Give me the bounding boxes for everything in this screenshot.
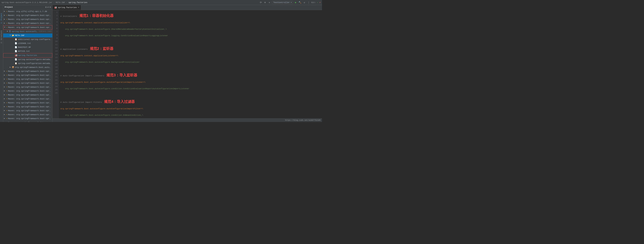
list-item[interactable]: 📄 spring-autoconfigure-metadata.properti… (3, 58, 52, 62)
toolbar-icon-3[interactable]: ✕ (268, 1, 271, 4)
maven-icon: ▪ (6, 22, 7, 25)
maven-icon: ▪ (6, 18, 7, 21)
line-num-12: 12 (53, 46, 58, 50)
tree-label: NOTICE.txt (18, 50, 30, 53)
breadcrumb-file[interactable]: spring.factories (68, 2, 88, 4)
list-item[interactable]: 📋 spring-configuration-metadata.json (3, 62, 52, 66)
tab-close-button[interactable]: × (78, 6, 79, 9)
tree-label: spring-boot-autoconfigure-2.3.1.RELEASE.… (12, 30, 38, 33)
list-item[interactable]: ▶ ▪ Maven: org.springframework.boot:spri… (3, 117, 52, 120)
build-button[interactable]: 🔨 (298, 1, 302, 4)
list-item[interactable]: ▼ 📂 META-INF (3, 34, 52, 38)
run-button[interactable]: ▶ (294, 1, 297, 4)
list-item[interactable]: ▶ ▪ Maven: org.springframework.boot:spri… (3, 77, 52, 81)
code-val: org.springframework.boot.autoconfigure.S… (60, 28, 167, 30)
annotation-2: 规范2：监听器 (90, 46, 114, 50)
annotation-1: 规范1：容器初始化器 (80, 14, 114, 18)
list-item[interactable]: ▶ ▪ Maven: org.springframework.boot:spri… (3, 93, 52, 97)
code-val: org.springframework.boot.autoconfigure.c… (60, 88, 190, 90)
list-item[interactable]: 📄 LICENSE.txt (3, 42, 52, 45)
list-item[interactable]: ▼ ▪ Maven: org.springframework.boot:spri… (3, 25, 52, 30)
comment: # Initializers (60, 15, 77, 18)
comment: # Auto Configuration Import Listeners (60, 75, 104, 77)
list-item[interactable]: ▶ ▪ Maven: org.springframework.boot:spri… (3, 73, 52, 77)
code-line-13 (60, 94, 320, 97)
line-num-24: 24 (53, 85, 58, 88)
tree-arrow: ▶ (4, 18, 6, 21)
list-item[interactable]: ▶ ▪ Maven: org.springframework.boot:spri… (3, 69, 52, 73)
json-icon: 📋 (15, 62, 17, 65)
sidebar-gear-icon[interactable]: ⚙ (50, 6, 51, 8)
list-item[interactable]: ▶ 📦 org.springframework.boot.autoconfigu… (3, 66, 52, 69)
reload-button[interactable]: ↺ (303, 1, 306, 4)
list-item[interactable]: ▶ ▪ Maven: org.springframework.boot:spri… (3, 18, 52, 21)
list-item[interactable]: ▶ ▪ Maven: org.springframework.boot:spri… (3, 113, 52, 117)
left-panels: 1: Project 2: Structure (0, 5, 3, 122)
tree-label: Maven: org.springframework.boot:spring-b… (8, 101, 52, 104)
maven-icon: ▪ (6, 109, 7, 112)
tab-label: spring.factories (58, 6, 77, 8)
list-item[interactable]: ▶ ▪ Maven: org.springframework.boot:spri… (3, 14, 52, 18)
comment: # Auto Configuration Import Filters (60, 101, 102, 103)
status-right: https://blog.csdn.net/a1697752105 (285, 119, 320, 121)
tree-label: Maven: org.springframework.boot:spring-b… (8, 82, 52, 85)
toolbar-icon-1[interactable]: ⟳ (259, 1, 262, 4)
code-line-14: # Auto Configuration Import Filters 规范4：… (60, 100, 320, 104)
tree-arrow: ▶ (4, 78, 6, 81)
list-item[interactable]: ▶ ▪ Maven: org.springframework.boot:spri… (3, 109, 52, 113)
maven-icon: ▪ (6, 78, 7, 81)
list-item[interactable]: ▶ ▪ Maven: org.springframework.boot:spri… (3, 21, 52, 25)
line-num-23: 23 (53, 82, 58, 85)
code-editor[interactable]: 1 2 3 4 5 6 7 8 9 10 11 12 13 14 15 16 1 (52, 10, 322, 118)
list-item[interactable]: ▶ ▪ Maven: org.slf4j:slf4j-api:1.7.30 (3, 10, 52, 14)
sidebar-sync-icon[interactable]: ⇄ (47, 6, 49, 8)
maven-icon: ▪ (6, 97, 7, 100)
maven-icon: ▪ (6, 82, 7, 85)
list-item[interactable]: ▶ ▪ Maven: org.springframework.boot:spri… (3, 81, 52, 85)
run-config-selector[interactable]: TestController ▾ (272, 1, 293, 4)
tree-label: spring-configuration-metadata.json (18, 62, 52, 65)
project-tree: ▶ ▪ Maven: org.slf4j:slf4j-api:1.7.30 ▶ … (3, 10, 52, 122)
tree-arrow: ▶ (4, 86, 6, 89)
list-item[interactable]: ▶ ▪ Maven: org.springframework.boot:spri… (3, 97, 52, 101)
toolbar-icon-2[interactable]: ⊕ (264, 1, 267, 4)
list-item[interactable]: 📋 additional-spring-configuration-metada… (3, 38, 52, 42)
code-line-12: org.springframework.boot.autoconfigure.c… (60, 87, 320, 90)
list-item[interactable]: 🏭 spring.factories (3, 53, 52, 58)
list-item[interactable]: ▼ 🗄 spring-boot-autoconfigure-2.3.1.RELE… (3, 30, 52, 34)
maven-icon: ▪ (6, 90, 7, 92)
project-panel-tab[interactable]: 1: Project (0, 12, 3, 24)
sidebar-title: Project (5, 6, 13, 8)
status-url: https://blog.csdn.net/a1697752105 (285, 119, 320, 121)
tree-label: Maven: org.springframework.boot:spring-b… (8, 117, 52, 120)
title-bar: spring-boot-autoconfigure-2.3.1.RELEASE.… (0, 0, 322, 5)
breadcrumb-sep-1: › (54, 2, 55, 4)
maven-icon: ▪ (6, 121, 7, 122)
tree-label: Maven: org.springframework.boot:spring-b… (8, 78, 52, 81)
tree-arrow: ▼ (4, 26, 6, 29)
comment: # Application Listeners (60, 48, 88, 50)
list-item[interactable]: ▶ ▪ Maven: org.springframework.boot:spri… (3, 85, 52, 89)
more-actions[interactable]: ⋮ (307, 1, 310, 4)
code-line-7: org.springframework.context.ApplicationL… (60, 54, 320, 57)
tree-arrow: ▶ (4, 105, 6, 108)
line-num-22: 22 (53, 78, 58, 82)
notice-icon: 📄 (15, 50, 17, 53)
tree-label: Maven: org.springframework.boot:spring-b… (8, 26, 52, 29)
list-item[interactable]: ▶ ▪ Maven: org.springframework.boot:spri… (3, 89, 52, 93)
list-item[interactable]: 📄 NOTICE.txt (3, 49, 52, 53)
tree-arrow: ▶ (4, 109, 6, 112)
tab-spring-factories[interactable]: 🏭 spring.factories × (52, 5, 81, 10)
line-num-17: 17 (53, 62, 58, 66)
tree-arrow: ▶ (4, 93, 6, 96)
sidebar-settings-icon[interactable]: ⚙ (45, 6, 47, 8)
code-val: org.springframework.boot.autoconfigure.c… (60, 114, 143, 116)
code-content[interactable]: # Initializers 规范1：容器初始化器 org.springfram… (59, 10, 322, 118)
line-num-10: 10 (53, 40, 58, 43)
structure-panel-tab[interactable]: 2: Structure (0, 30, 3, 44)
list-item[interactable]: ▶ ▪ Maven: org.springframework.data:spri… (3, 120, 52, 122)
list-item[interactable]: ▶ ▪ Maven: org.springframework.boot:spri… (3, 105, 52, 109)
list-item[interactable]: 📄 MANIFEST.MF (3, 45, 52, 49)
list-item[interactable]: ▶ ▪ Maven: org.springframework.boot:spri… (3, 101, 52, 105)
line-num-9: 9 (53, 36, 58, 40)
